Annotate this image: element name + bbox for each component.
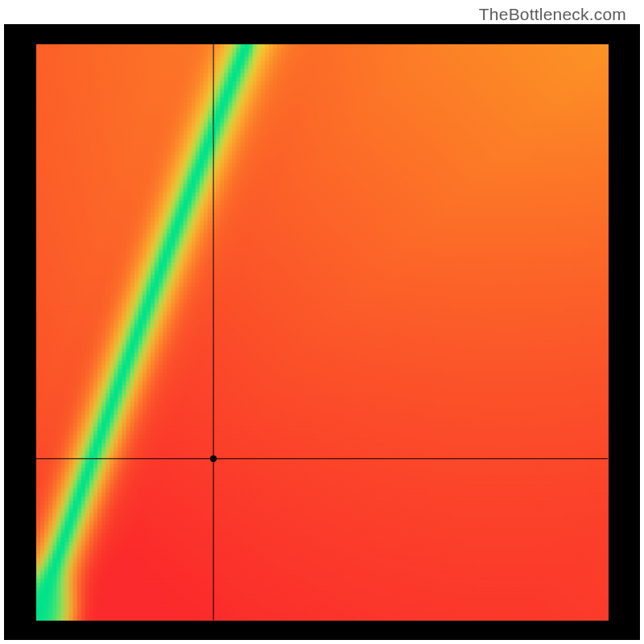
heatmap-canvas	[0, 0, 644, 644]
chart-container: TheBottleneck.com	[0, 0, 644, 644]
attribution-text: TheBottleneck.com	[479, 5, 626, 24]
